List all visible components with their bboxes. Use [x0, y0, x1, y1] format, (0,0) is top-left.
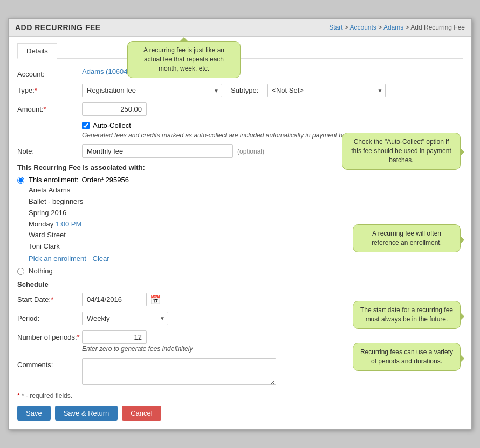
- enrollment-radio[interactable]: [17, 177, 24, 184]
- tooltip-recurring-fee-info: A recurring fee is just like an actual f…: [127, 41, 241, 78]
- save-button[interactable]: Save: [17, 406, 51, 421]
- note-optional: (optional): [237, 148, 264, 155]
- enrollment-day-time: Monday 1:00 PM: [29, 219, 129, 230]
- required-note: * * - required fields.: [17, 392, 463, 399]
- nothing-radio-row: Nothing: [17, 266, 463, 275]
- subtype-select[interactable]: <Not Set>: [267, 84, 386, 97]
- nothing-radio[interactable]: [17, 268, 24, 275]
- type-label: Type:*: [17, 84, 82, 94]
- button-row: Save Save & Return Cancel: [17, 406, 463, 421]
- amount-row: Amount:*: [17, 102, 463, 116]
- breadcrumb: Start > Accounts > Adams > Add Recurring…: [329, 24, 465, 31]
- enrollment-links: Pick an enrollment Clear: [29, 254, 129, 263]
- period-select[interactable]: Weekly Monthly Annual Daily: [82, 312, 168, 325]
- main-window: ADD RECURRING FEE Start > Accounts > Ada…: [8, 18, 472, 430]
- start-date-label: Start Date:*: [17, 293, 82, 304]
- comments-label: Comments:: [17, 358, 82, 369]
- autocollect-label: Auto-Collect: [93, 121, 131, 129]
- title-bar: ADD RECURRING FEE Start > Accounts > Ada…: [9, 19, 471, 37]
- save-return-button[interactable]: Save & Return: [55, 406, 118, 421]
- autocollect-checkbox[interactable]: [82, 122, 90, 129]
- enrollment-instructor: Toni Clark: [29, 241, 129, 252]
- pick-enrollment-link[interactable]: Pick an enrollment: [29, 254, 86, 263]
- tooltip-start-date-info: The start date for a recurring fee must …: [353, 301, 461, 329]
- account-value: Adams (106041): [82, 65, 134, 75]
- num-periods-label: Number of periods:*: [17, 330, 82, 341]
- schedule-header: Schedule: [17, 280, 463, 288]
- account-label: Account:: [17, 67, 82, 78]
- autocollect-checkbox-row: Auto-Collect: [82, 121, 463, 129]
- type-select-wrapper: Registration fee Monthly fee Annual fee …: [82, 84, 222, 97]
- form-content: A recurring fee is just like an actual f…: [9, 37, 471, 429]
- tooltip-periods-info: Recurring fees can use a variety of peri…: [353, 343, 461, 371]
- amount-label: Amount:*: [17, 102, 82, 113]
- enrollment-name: Aneta Adams: [29, 185, 129, 196]
- breadcrumb-adams[interactable]: Adams: [383, 24, 403, 31]
- enrollment-radio-label: This enrollment:: [29, 176, 78, 184]
- enrollment-time: 1:00 PM: [56, 220, 81, 228]
- note-input[interactable]: [82, 144, 233, 158]
- type-select[interactable]: Registration fee Monthly fee Annual fee …: [82, 84, 222, 97]
- enrollment-class: Ballet - beginners: [29, 196, 129, 208]
- breadcrumb-current: Add Recurring Fee: [410, 24, 465, 31]
- num-periods-input[interactable]: [82, 330, 147, 344]
- note-label: Note:: [17, 144, 82, 155]
- subtype-label: Subtype:: [231, 86, 258, 94]
- breadcrumb-accounts[interactable]: Accounts: [350, 24, 376, 31]
- calendar-icon[interactable]: 📅: [150, 294, 161, 305]
- tooltip-enrollment-info: A recurring fee will often reference an …: [353, 224, 461, 252]
- tab-details[interactable]: Details: [17, 43, 57, 59]
- nothing-label: Nothing: [29, 266, 53, 275]
- enrollment-location: Ward Street: [29, 230, 129, 241]
- type-row: Type:* Registration fee Monthly fee Annu…: [17, 84, 463, 97]
- clear-link[interactable]: Clear: [93, 254, 109, 263]
- enrollment-order: Order# 295956: [81, 176, 128, 184]
- tooltip-autocollect-info: Check the "Auto-Collect" option if this …: [342, 133, 461, 169]
- enrollment-season: Spring 2016: [29, 208, 129, 219]
- breadcrumb-start[interactable]: Start: [329, 24, 342, 31]
- period-label: Period:: [17, 312, 82, 322]
- page-title: ADD RECURRING FEE: [15, 23, 101, 32]
- subtype-select-wrapper: <Not Set> ▼: [267, 84, 386, 97]
- cancel-button[interactable]: Cancel: [122, 406, 161, 421]
- period-select-wrapper: Weekly Monthly Annual Daily ▼: [82, 312, 168, 325]
- start-date-input[interactable]: [82, 293, 147, 306]
- amount-input[interactable]: [82, 102, 147, 116]
- comments-textarea[interactable]: [82, 358, 276, 385]
- enrollment-details: Aneta Adams Ballet - beginners Spring 20…: [29, 185, 129, 252]
